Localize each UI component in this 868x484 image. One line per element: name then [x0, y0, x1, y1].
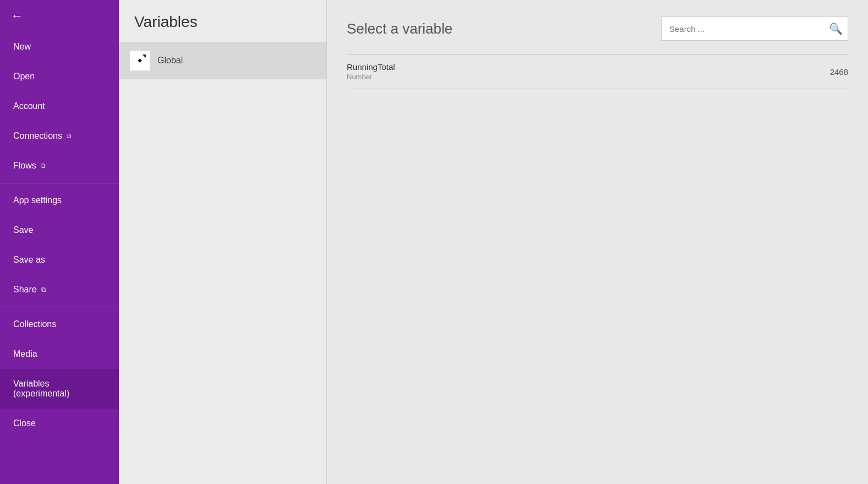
search-input[interactable]	[662, 24, 823, 34]
sidebar-item-label-account: Account	[13, 101, 45, 111]
sidebar-item-label-close: Close	[13, 418, 36, 428]
sidebar-item-label-flows: Flows	[13, 161, 36, 171]
middle-panel-title: Variables	[119, 0, 326, 42]
sidebar-item-label-collections: Collections	[13, 319, 56, 329]
variable-row[interactable]: RunningTotalNumber2468	[347, 55, 848, 89]
sidebar-item-label-save-as: Save as	[13, 255, 45, 265]
sidebar-item-share[interactable]: Share ⧉	[0, 275, 119, 304]
variables-list: RunningTotalNumber2468	[347, 55, 848, 89]
variable-info: RunningTotalNumber	[347, 62, 830, 81]
sidebar-item-media[interactable]: Media	[0, 339, 119, 369]
back-button[interactable]: ←	[0, 0, 119, 32]
search-button[interactable]: 🔍	[823, 17, 848, 41]
sidebar-item-save[interactable]: Save	[0, 215, 119, 245]
sidebar-item-label-app-settings: App settings	[13, 195, 62, 205]
middle-panel: Variables Global	[119, 0, 327, 484]
external-link-icon: ⧉	[41, 162, 46, 170]
sidebar-item-label-save: Save	[13, 225, 33, 235]
sidebar-item-app-settings[interactable]: App settings	[0, 186, 119, 215]
scope-global-label: Global	[157, 56, 183, 66]
sidebar-item-flows[interactable]: Flows ⧉	[0, 151, 119, 181]
variable-name: RunningTotal	[347, 62, 830, 72]
sidebar-item-connections[interactable]: Connections ⧉	[0, 121, 119, 151]
search-box: 🔍	[661, 17, 848, 41]
sidebar: ← NewOpenAccountConnections ⧉Flows ⧉App …	[0, 0, 119, 484]
sidebar-item-save-as[interactable]: Save as	[0, 245, 119, 275]
sidebar-item-label-new: New	[13, 42, 31, 52]
external-link-icon: ⧉	[41, 286, 46, 293]
sidebar-divider	[0, 307, 119, 307]
variable-value: 2468	[830, 67, 848, 77]
sidebar-item-label-media: Media	[13, 349, 37, 359]
right-panel-title: Select a variable	[347, 20, 452, 37]
sidebar-item-close[interactable]: Close	[0, 409, 119, 438]
variable-type: Number	[347, 73, 830, 81]
sidebar-item-open[interactable]: Open	[0, 62, 119, 91]
sidebar-item-collections[interactable]: Collections	[0, 309, 119, 339]
search-icon: 🔍	[829, 22, 843, 35]
sidebar-item-label-variables: Variables (experimental)	[13, 379, 106, 399]
external-link-icon: ⧉	[67, 132, 72, 140]
sidebar-item-label-open: Open	[13, 72, 35, 81]
back-arrow-icon: ←	[11, 10, 23, 22]
scope-global-icon	[130, 51, 150, 70]
sidebar-item-label-connections: Connections	[13, 131, 62, 141]
scope-item-global[interactable]: Global	[119, 42, 326, 79]
right-panel: Select a variable 🔍 RunningTotalNumber24…	[327, 0, 868, 484]
sidebar-item-account[interactable]: Account	[0, 91, 119, 121]
sidebar-item-new[interactable]: New	[0, 32, 119, 62]
right-header: Select a variable 🔍	[347, 17, 848, 41]
sidebar-item-label-share: Share	[13, 285, 37, 295]
sidebar-divider	[0, 183, 119, 183]
scope-list: Global	[119, 42, 326, 79]
svg-rect-0	[143, 55, 146, 58]
sidebar-item-variables[interactable]: Variables (experimental)	[0, 369, 119, 409]
